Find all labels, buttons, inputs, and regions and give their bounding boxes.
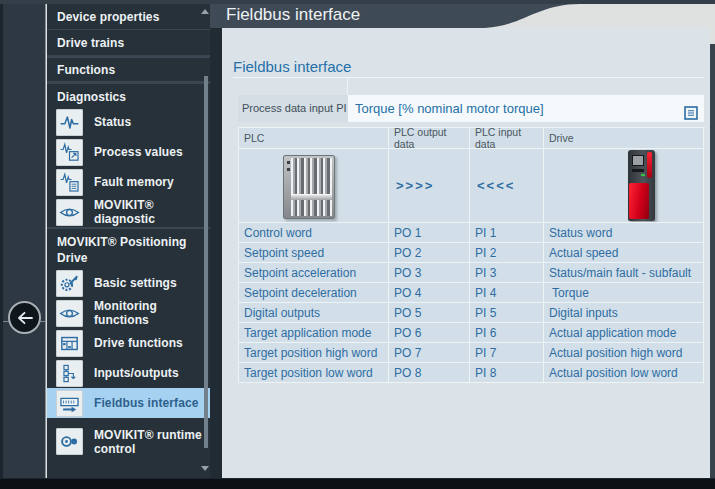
table-cell: Torque: [544, 283, 704, 303]
sidebar-item-label: Inputs/outputs: [83, 366, 181, 380]
process-data-form-row: Process data input PI 4: Torque [% nomin…: [238, 95, 704, 122]
table-cell: Setpoint acceleration: [239, 263, 389, 283]
dropdown-menu-icon[interactable]: [684, 102, 698, 129]
output-direction-arrows: >>>>: [389, 149, 470, 223]
movikit-runtime-icon: [56, 428, 83, 455]
sidebar-item-drive-functions[interactable]: Drive functions: [47, 328, 210, 358]
table-cell: PO 5: [389, 303, 470, 323]
window-bottom-border: [0, 478, 715, 489]
table-cell: Target application mode: [239, 323, 389, 343]
section-title: Fieldbus interface: [233, 58, 351, 75]
table-cell: PI 7: [470, 343, 544, 363]
sidebar-item-status[interactable]: Status: [47, 107, 210, 137]
sidebar-item-drive-trains[interactable]: Drive trains: [47, 30, 210, 56]
collapse-strip: [3, 4, 46, 478]
scroll-up-icon[interactable]: [201, 9, 209, 14]
process-data-input-label: Process data input PI 4:: [238, 95, 348, 122]
sidebar-nav: Device properties Drive trains Functions…: [47, 4, 210, 478]
content-panel: Fieldbus interface Process data input PI…: [222, 28, 710, 478]
sidebar-item-fieldbus-interface[interactable]: Fieldbus interface: [47, 388, 210, 418]
collapse-sidebar-button[interactable]: [8, 301, 41, 334]
table-cell: Actual position low word: [544, 363, 704, 383]
plc-graphic: [283, 155, 335, 219]
movikit-diagnostic-icon: [56, 199, 83, 226]
drive-image-cell: [544, 149, 704, 223]
sidebar-scrollbar[interactable]: [201, 4, 209, 478]
table-cell: PI 1: [470, 223, 544, 243]
sidebar-item-label: Functions: [57, 63, 115, 77]
scrollbar-thumb[interactable]: [204, 76, 208, 448]
sidebar-item-label: MOVIKIT® diagnostic: [83, 198, 210, 226]
sidebar-item-label: Drive functions: [83, 336, 185, 350]
process-values-icon: [56, 139, 83, 166]
status-icon: [56, 109, 83, 136]
input-direction-arrows: <<<<: [470, 149, 544, 223]
table-cell: Control word: [239, 223, 389, 243]
drive-graphic: [628, 150, 655, 221]
table-cell: Status/main fault - subfault: [544, 263, 704, 283]
window-right-border: [710, 44, 715, 478]
column-header-drive: Drive: [544, 128, 704, 149]
inputs-outputs-icon: [56, 360, 83, 387]
table-cell: PI 6: [470, 323, 544, 343]
section-divider: [233, 77, 704, 78]
process-data-input-value: Torque [% nominal motor torque]: [355, 101, 544, 116]
sidebar-item-movikit-diagnostic[interactable]: MOVIKIT® diagnostic: [47, 197, 210, 227]
sidebar-item-device-properties[interactable]: Device properties: [47, 4, 210, 30]
sidebar-item-inputs-outputs[interactable]: Inputs/outputs: [47, 358, 210, 388]
sidebar-section-movikit-positioning-drive[interactable]: MOVIKIT® Positioning Drive: [47, 227, 210, 268]
sidebar-item-basic-settings[interactable]: Basic settings: [47, 268, 210, 298]
table-cell: PO 3: [389, 263, 470, 283]
table-cell: PI 8: [470, 363, 544, 383]
table-cell: Digital outputs: [239, 303, 389, 323]
table-cell: Target position low word: [239, 363, 389, 383]
column-header-plc-output: PLC output data: [389, 128, 470, 149]
table-cell: PO 1: [389, 223, 470, 243]
sidebar-item-fault-memory[interactable]: Fault memory: [47, 167, 210, 197]
sidebar-item-label: Drive trains: [57, 36, 124, 50]
sidebar-item-label: Process values: [83, 145, 185, 159]
sidebar-item-label: Fault memory: [83, 175, 176, 189]
form-grid-divider: [347, 77, 348, 95]
table-cell: PI 2: [470, 243, 544, 263]
app-window: Device properties Drive trains Functions…: [0, 0, 715, 489]
content-gutter: [210, 28, 222, 478]
process-data-input-select[interactable]: Torque [% nominal motor torque]: [348, 95, 704, 122]
table-cell: PI 4: [470, 283, 544, 303]
table-cell: PO 6: [389, 323, 470, 343]
fault-memory-icon: [56, 169, 83, 196]
table-cell: Status word: [544, 223, 704, 243]
table-cell: PO 2: [389, 243, 470, 263]
table-cell: PO 4: [389, 283, 470, 303]
window-left-border: [0, 4, 3, 478]
scroll-down-icon[interactable]: [201, 466, 209, 471]
sidebar-item-label: Basic settings: [83, 276, 179, 290]
sidebar-item-functions[interactable]: Functions: [47, 56, 210, 82]
sidebar-item-monitoring-functions[interactable]: Monitoring functions: [47, 298, 210, 328]
table-cell: PI 5: [470, 303, 544, 323]
drive-functions-icon: [56, 330, 83, 357]
table-cell: PO 8: [389, 363, 470, 383]
monitoring-functions-icon: [56, 300, 83, 327]
table-cell: PO 7: [389, 343, 470, 363]
sidebar-section-label: Diagnostics: [57, 89, 126, 105]
sidebar-item-label: Monitoring functions: [83, 299, 210, 327]
table-cell: PI 3: [470, 263, 544, 283]
table-cell: Setpoint speed: [239, 243, 389, 263]
sidebar-item-label: Device properties: [57, 10, 159, 24]
main-header: Fieldbus interface: [210, 4, 715, 28]
header-curve-decoration: [485, 4, 715, 28]
table-cell: Target position high word: [239, 343, 389, 363]
sidebar-item-process-values[interactable]: Process values: [47, 137, 210, 167]
sidebar-item-movikit-runtime-control[interactable]: MOVIKIT® runtime control: [47, 418, 210, 465]
sidebar-item-label: Status: [83, 115, 133, 129]
table-cell: Actual application mode: [544, 323, 704, 343]
column-header-plc: PLC: [239, 128, 389, 149]
sidebar-item-label: Fieldbus interface: [83, 396, 201, 410]
basic-settings-icon: [56, 270, 83, 297]
sidebar-section-diagnostics[interactable]: Diagnostics: [47, 82, 210, 107]
sidebar-section-label: MOVIKIT® Positioning Drive: [57, 234, 205, 266]
process-data-table: PLC PLC output data PLC input data Drive…: [238, 127, 705, 383]
table-cell: Digital inputs: [544, 303, 704, 323]
sidebar-item-label: MOVIKIT® runtime control: [83, 428, 210, 456]
